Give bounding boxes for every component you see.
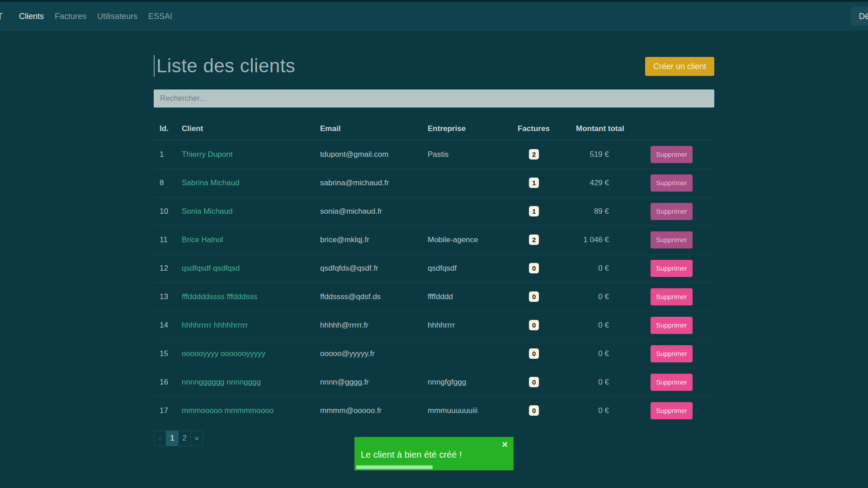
client-id: 8 bbox=[154, 169, 182, 197]
nav-item-utilisateurs[interactable]: Utilisateurs bbox=[92, 12, 143, 21]
client-montant: 0 € bbox=[576, 368, 636, 396]
nav-item-factures[interactable]: Factures bbox=[49, 12, 92, 21]
nav-item-essai[interactable]: ESSAI bbox=[143, 12, 178, 21]
client-id: 10 bbox=[154, 197, 182, 225]
factures-count-badge: 0 bbox=[529, 348, 539, 359]
table-row: 1 Thierry Dupont tdupont@gmail.com Pasti… bbox=[154, 140, 714, 169]
client-montant: 89 € bbox=[576, 197, 636, 225]
client-name-link[interactable]: nnnngggggg nnnngggg bbox=[182, 378, 261, 386]
client-email: brice@mklqj.fr bbox=[320, 225, 428, 254]
table-row: 14 hhhhrrrrr hhhhhrrrrr hhhhh@rrrrr.fr h… bbox=[154, 311, 714, 339]
delete-client-button[interactable]: Supprimer bbox=[651, 402, 693, 419]
header-factures: Factures bbox=[518, 117, 576, 140]
delete-client-button[interactable]: Supprimer bbox=[651, 317, 693, 334]
header-id: Id. bbox=[154, 117, 182, 140]
client-montant: 0 € bbox=[576, 339, 636, 368]
logout-button[interactable]: Déconnexion bbox=[851, 7, 868, 26]
factures-count-badge: 2 bbox=[529, 149, 539, 160]
table-header-row: Id. Client Email Entreprise Factures Mon… bbox=[154, 117, 714, 140]
client-entreprise: qsdfqsdf bbox=[428, 254, 518, 282]
main-content: Liste des clients Créer un client Id. Cl… bbox=[154, 31, 714, 446]
client-montant: 519 € bbox=[576, 140, 636, 169]
client-id: 17 bbox=[154, 396, 182, 425]
client-montant: 0 € bbox=[576, 254, 636, 282]
factures-count-badge: 0 bbox=[529, 320, 539, 330]
factures-count-badge: 1 bbox=[529, 178, 539, 188]
delete-client-button[interactable]: Supprimer bbox=[651, 374, 693, 391]
search-input[interactable] bbox=[154, 89, 714, 108]
main-nav: Clients Factures Utilisateurs ESSAI bbox=[14, 12, 178, 21]
client-entreprise: nnngfgfggg bbox=[428, 368, 518, 396]
client-id: 12 bbox=[154, 254, 182, 282]
title-row: Liste des clients Créer un client bbox=[154, 55, 714, 77]
client-name-link[interactable]: Thierry Dupont bbox=[182, 150, 232, 159]
delete-client-button[interactable]: Supprimer bbox=[651, 288, 693, 305]
table-row: 11 Brice Halnol brice@mklqj.fr Mobile-ag… bbox=[154, 225, 714, 254]
pagination-page-2[interactable]: 2 bbox=[178, 431, 191, 446]
header-entreprise: Entreprise bbox=[428, 117, 518, 140]
client-email: ooooo@yyyyy.fr bbox=[320, 339, 428, 368]
header-actions bbox=[636, 117, 714, 140]
client-email: ffddssss@qdsf.ds bbox=[320, 282, 428, 311]
toast-close-icon[interactable]: × bbox=[502, 439, 508, 450]
client-montant: 429 € bbox=[576, 169, 636, 197]
header-montant: Montant total bbox=[576, 117, 636, 140]
toast-progress-bar bbox=[356, 465, 433, 469]
client-entreprise: Mobile-agence bbox=[428, 225, 518, 254]
client-name-link[interactable]: qsdfqsdf qsdfqsd bbox=[182, 264, 240, 272]
client-id: 16 bbox=[154, 368, 182, 396]
client-entreprise bbox=[428, 169, 518, 197]
client-id: 14 bbox=[154, 311, 182, 339]
factures-count-badge: 0 bbox=[529, 405, 539, 416]
client-email: sabrina@michaud.fr bbox=[320, 169, 428, 197]
client-name-link[interactable]: mmmooooo mmmmmoooo bbox=[182, 406, 274, 415]
client-montant: 0 € bbox=[576, 396, 636, 425]
delete-client-button[interactable]: Supprimer bbox=[651, 203, 693, 220]
table-row: 17 mmmooooo mmmmmoooo mmmm@ooooo.fr mmmu… bbox=[154, 396, 714, 425]
pagination-next[interactable]: » bbox=[190, 431, 203, 446]
client-name-link[interactable]: fffdddddssss fffdddsss bbox=[182, 292, 257, 301]
client-montant: 0 € bbox=[576, 282, 636, 311]
client-id: 15 bbox=[154, 339, 182, 368]
header-email: Email bbox=[320, 117, 428, 140]
table-row: 16 nnnngggggg nnnngggg nnnn@gggg.fr nnng… bbox=[154, 368, 714, 396]
client-id: 1 bbox=[154, 140, 182, 169]
client-email: mmmm@ooooo.fr bbox=[320, 396, 428, 425]
client-montant: 1 046 € bbox=[576, 225, 636, 254]
navbar: T Clients Factures Utilisateurs ESSAI Dé… bbox=[0, 0, 868, 31]
client-entreprise: mmmuuuuuuiii bbox=[428, 396, 518, 425]
delete-client-button[interactable]: Supprimer bbox=[651, 146, 693, 163]
factures-count-badge: 0 bbox=[529, 291, 539, 302]
client-email: qsdfqfds@qsdf.fr bbox=[320, 254, 428, 282]
client-montant: 0 € bbox=[576, 311, 636, 339]
client-entreprise: ffffdddd bbox=[428, 282, 518, 311]
client-name-link[interactable]: hhhhrrrrr hhhhhrrrrr bbox=[182, 321, 248, 329]
delete-client-button[interactable]: Supprimer bbox=[651, 231, 693, 249]
table-row: 15 oooooyyyy ooooooyyyyy ooooo@yyyyy.fr … bbox=[154, 339, 714, 368]
clients-table: Id. Client Email Entreprise Factures Mon… bbox=[154, 117, 714, 425]
factures-count-badge: 0 bbox=[529, 377, 539, 387]
text-cursor bbox=[154, 55, 155, 77]
client-email: hhhhh@rrrrr.fr bbox=[320, 311, 428, 339]
clients-table-body: 1 Thierry Dupont tdupont@gmail.com Pasti… bbox=[154, 140, 714, 425]
client-name-link[interactable]: Sabrina Michaud bbox=[182, 178, 240, 187]
delete-client-button[interactable]: Supprimer bbox=[651, 345, 693, 362]
success-toast: Le client à bien été créé ! × bbox=[354, 437, 514, 470]
create-client-button[interactable]: Créer un client bbox=[645, 57, 714, 76]
client-id: 11 bbox=[154, 225, 182, 254]
client-email: tdupont@gmail.com bbox=[320, 140, 428, 169]
delete-client-button[interactable]: Supprimer bbox=[651, 260, 693, 277]
pagination-prev[interactable]: « bbox=[154, 431, 166, 446]
client-entreprise: Pastis bbox=[428, 140, 518, 169]
client-email: sonia@michaud.fr bbox=[320, 197, 428, 225]
client-name-link[interactable]: oooooyyyy ooooooyyyyy bbox=[182, 349, 265, 358]
table-row: 8 Sabrina Michaud sabrina@michaud.fr 1 4… bbox=[154, 169, 714, 197]
header-client: Client bbox=[182, 117, 320, 140]
pagination-page-1[interactable]: 1 bbox=[166, 431, 179, 446]
nav-item-clients[interactable]: Clients bbox=[14, 12, 49, 21]
table-row: 10 Sonia Michaud sonia@michaud.fr 1 89 €… bbox=[154, 197, 714, 225]
client-name-link[interactable]: Sonia Michaud bbox=[182, 207, 232, 216]
client-name-link[interactable]: Brice Halnol bbox=[182, 235, 223, 244]
table-row: 12 qsdfqsdf qsdfqsd qsdfqfds@qsdf.fr qsd… bbox=[154, 254, 714, 282]
delete-client-button[interactable]: Supprimer bbox=[651, 174, 693, 192]
